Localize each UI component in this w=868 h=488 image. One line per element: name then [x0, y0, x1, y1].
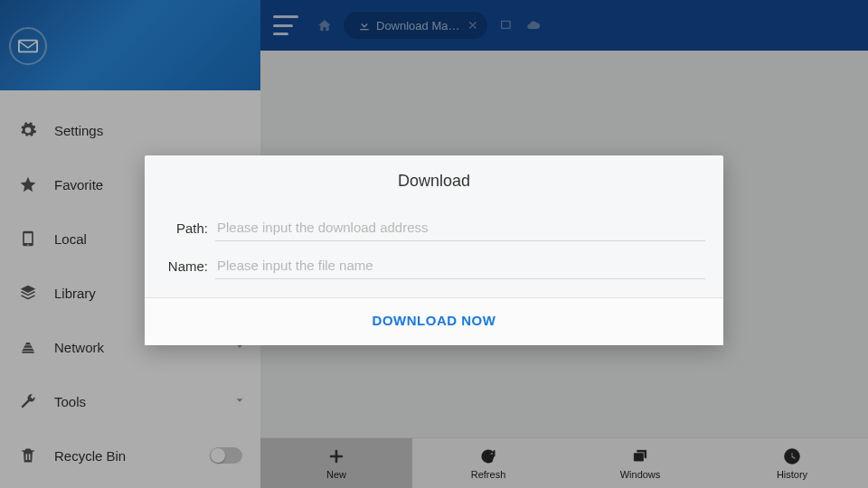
download-now-button[interactable]: DOWNLOAD NOW: [373, 313, 496, 328]
download-dialog: Download Path: Name: DOWNLOAD NOW: [145, 155, 723, 345]
dialog-footer: DOWNLOAD NOW: [145, 297, 723, 345]
field-row-path: Path:: [145, 209, 723, 247]
path-label: Path:: [163, 221, 215, 236]
dialog-title: Download: [145, 155, 723, 209]
name-input[interactable]: [215, 252, 705, 279]
name-label: Name:: [163, 258, 215, 274]
app-root: Settings Favorite Local Library Network: [0, 0, 868, 488]
path-input[interactable]: [215, 214, 705, 241]
field-row-name: Name:: [145, 247, 723, 285]
